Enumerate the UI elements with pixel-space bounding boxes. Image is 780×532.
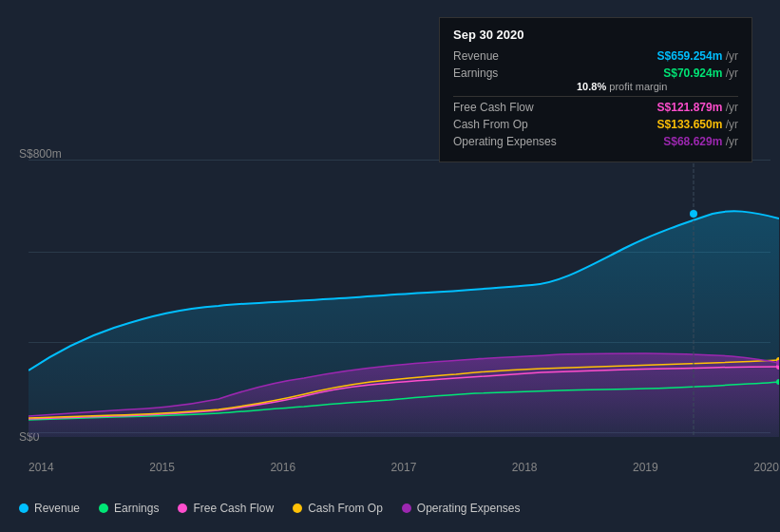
legend-item-opex[interactable]: Operating Expenses: [402, 502, 521, 515]
chart-tooltip: Sep 30 2020 Revenue S$659.254m /yr Earni…: [439, 17, 752, 162]
x-label-2019: 2019: [633, 461, 658, 474]
legend-item-fcf[interactable]: Free Cash Flow: [178, 502, 274, 515]
legend-dot-cashfromop: [293, 504, 302, 513]
tooltip-label-opex: Operating Expenses: [453, 135, 577, 148]
tooltip-row-cashfromop: Cash From Op S$133.650m /yr: [453, 118, 738, 131]
legend-dot-fcf: [178, 504, 187, 513]
legend-item-revenue[interactable]: Revenue: [19, 502, 80, 515]
legend-dot-opex: [402, 504, 411, 513]
x-label-2015: 2015: [149, 461, 175, 474]
tooltip-value-fcf: S$121.879m /yr: [657, 101, 738, 114]
legend-label-fcf: Free Cash Flow: [193, 502, 274, 515]
tooltip-row-earnings: Earnings S$70.924m /yr: [453, 66, 738, 80]
x-axis: 2014 2015 2016 2017 2018 2019 2020: [29, 461, 779, 474]
legend-label-revenue: Revenue: [34, 502, 80, 515]
tooltip-label-earnings: Earnings: [453, 66, 577, 80]
tooltip-label-cashfromop: Cash From Op: [453, 118, 577, 131]
legend-label-opex: Operating Expenses: [417, 502, 521, 515]
tooltip-value-revenue: S$659.254m /yr: [657, 49, 738, 63]
tooltip-value-opex: S$68.629m /yr: [663, 135, 738, 148]
tooltip-label-fcf: Free Cash Flow: [453, 101, 577, 114]
x-label-2014: 2014: [29, 461, 54, 474]
chart-svg: [29, 152, 779, 437]
x-label-2016: 2016: [270, 461, 295, 474]
x-label-2017: 2017: [391, 461, 417, 474]
revenue-dot: [690, 210, 697, 218]
legend-item-earnings[interactable]: Earnings: [99, 502, 159, 515]
tooltip-value-cashfromop: S$133.650m /yr: [657, 118, 738, 131]
tooltip-value-earnings: S$70.924m /yr: [663, 66, 738, 80]
chart-legend: Revenue Earnings Free Cash Flow Cash Fro…: [19, 502, 521, 515]
tooltip-row-fcf: Free Cash Flow S$121.879m /yr: [453, 101, 738, 114]
legend-label-earnings: Earnings: [114, 502, 159, 515]
legend-item-cashfromop[interactable]: Cash From Op: [293, 502, 383, 515]
legend-label-cashfromop: Cash From Op: [308, 502, 383, 515]
tooltip-title: Sep 30 2020: [453, 28, 738, 42]
x-label-2018: 2018: [512, 461, 538, 474]
tooltip-label-revenue: Revenue: [453, 49, 577, 63]
legend-dot-earnings: [99, 504, 108, 513]
tooltip-row-opex: Operating Expenses S$68.629m /yr: [453, 135, 738, 148]
x-label-2020: 2020: [753, 461, 779, 474]
legend-dot-revenue: [19, 504, 29, 513]
tooltip-sub-earnings: 10.8% profit margin: [453, 81, 738, 92]
tooltip-row-revenue: Revenue S$659.254m /yr: [453, 49, 738, 63]
